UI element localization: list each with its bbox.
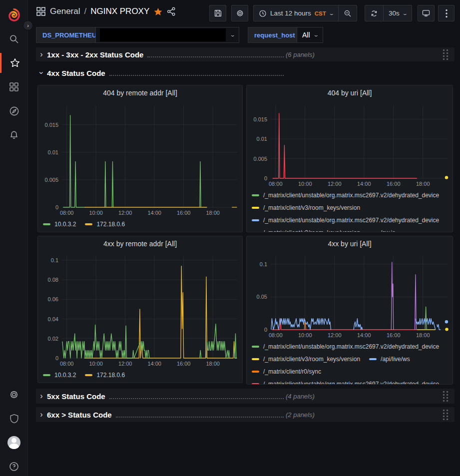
breadcrumb-separator: / — [84, 6, 86, 16]
datasource-variable-select[interactable]: ⌄ — [95, 27, 239, 43]
breadcrumb-folder[interactable]: General — [50, 6, 80, 16]
dashboard-variables: DS_PROMETHEUS ⌄ request_host All ⌄ — [28, 26, 460, 47]
legend-item[interactable]: /_matrix/client/unstable/org.matrix.msc2… — [252, 381, 439, 385]
dashboards-grid-icon — [9, 82, 19, 92]
legend-item[interactable]: 172.18.0.6 — [85, 372, 125, 379]
sidebar-item-server-admin[interactable] — [0, 409, 28, 429]
legend-row: /_matrix/client/unstable/org.matrix.msc2… — [252, 378, 448, 385]
request-host-variable-select[interactable]: All ⌄ — [297, 27, 323, 43]
request-host-variable-label[interactable]: request_host — [248, 27, 302, 43]
time-range-picker[interactable]: Last 12 hours CST ⌄ — [254, 5, 338, 21]
chart-4xx-by-uri[interactable]: 08:0010:0012:0014:0016:0018:0000.050.1 — [247, 251, 453, 340]
legend-item[interactable]: /_matrix/client/unstable/org.matrix.msc2… — [252, 192, 439, 199]
sidebar-item-configuration[interactable] — [0, 385, 28, 405]
chart-4xx-by-remote-addr[interactable]: 08:0010:0012:0014:0016:0018:0000.020.040… — [38, 251, 242, 369]
sidebar: › — [0, 0, 28, 476]
legend-item[interactable]: /_matrix/client/r0/sync — [252, 368, 321, 375]
legend-series-swatch — [43, 223, 50, 225]
row-5xx[interactable]: › 5xx Status Code (4 panels) — [36, 389, 455, 404]
breadcrumb-dashboard[interactable]: NGINX PROXY — [90, 6, 149, 16]
svg-text:12:00: 12:00 — [118, 210, 132, 216]
bell-icon — [9, 130, 19, 140]
svg-text:0: 0 — [264, 175, 267, 181]
apps-icon — [36, 6, 46, 16]
row-4xx[interactable]: › 4xx Status Code — [36, 66, 455, 79]
sidebar-item-search[interactable] — [0, 29, 28, 49]
svg-text:16:00: 16:00 — [177, 210, 191, 216]
svg-text:0.05: 0.05 — [257, 294, 267, 300]
row-title: 5xx Status Code — [47, 392, 105, 401]
chevron-right-icon: › — [36, 410, 47, 419]
sidebar-item-explore[interactable] — [0, 101, 28, 121]
panel-title[interactable]: 404 by remote addr [All] — [38, 85, 242, 100]
legend-item[interactable]: /sw.js — [369, 229, 395, 233]
legend-item[interactable]: 172.18.0.6 — [85, 221, 125, 228]
legend-series-label: 10.0.3.2 — [54, 372, 76, 379]
share-icon[interactable] — [167, 7, 176, 16]
sidebar-item-alerting[interactable] — [0, 125, 28, 145]
sidebar-item-profile[interactable] — [0, 433, 28, 453]
svg-text:14:00: 14:00 — [147, 361, 161, 367]
chevron-down-icon: ⌄ — [402, 11, 408, 16]
time-range-label: Last 12 hours — [270, 9, 311, 17]
refresh-button[interactable] — [365, 5, 383, 21]
star-filled-icon[interactable] — [153, 7, 163, 16]
legend-series-label: 172.18.0.6 — [96, 221, 125, 228]
panel-title[interactable]: 4xx by remote addr [All] — [38, 236, 242, 251]
save-icon — [214, 9, 222, 17]
row-drag-handle[interactable] — [443, 391, 449, 402]
legend-item[interactable]: /_matrix/client/unstable/org.matrix.msc2… — [252, 343, 439, 350]
sidebar-expand-button[interactable]: › — [23, 20, 33, 30]
svg-text:12:00: 12:00 — [328, 332, 342, 338]
row-drag-handle[interactable] — [443, 410, 449, 420]
legend-item[interactable]: 10.0.3.2 — [43, 372, 76, 379]
chart-404-by-uri[interactable]: 08:0010:0012:0014:0016:0018:0000.0050.01… — [247, 100, 453, 189]
svg-text:08:00: 08:00 — [269, 332, 283, 338]
legend-item[interactable]: 10.0.3.2 — [43, 221, 76, 228]
row-6xx[interactable]: › 6xx > Status Code (2 panels) — [36, 407, 455, 422]
legend-item[interactable]: /api/live/ws — [369, 356, 410, 363]
sidebar-item-dashboards[interactable] — [0, 77, 28, 97]
row-title: 6xx > Status Code — [47, 411, 112, 419]
row-1xx-3xx-2xx[interactable]: › 1xx - 3xx - 2xx Status Code (6 panels) — [36, 47, 455, 61]
dashboard-settings-button[interactable] — [231, 5, 248, 21]
svg-text:0.01: 0.01 — [257, 136, 267, 142]
save-dashboard-button[interactable] — [209, 5, 226, 21]
svg-text:18:00: 18:00 — [416, 181, 430, 187]
svg-text:12:00: 12:00 — [328, 181, 342, 187]
legend-item[interactable]: /_matrix/client/unstable/org.matrix.msc2… — [252, 217, 439, 224]
legend-series-swatch — [252, 383, 259, 385]
chart-404-by-remote-addr[interactable]: 08:0010:0012:0014:0016:0018:0000.0050.01… — [38, 100, 242, 218]
sidebar-item-starred[interactable] — [0, 53, 28, 73]
zoom-out-time-button[interactable] — [338, 5, 357, 21]
legend-series-swatch — [252, 219, 259, 221]
refresh-interval-picker[interactable]: 30s ⌄ — [383, 5, 412, 21]
chevron-down-icon: › — [37, 67, 46, 78]
search-icon — [9, 34, 19, 44]
more-options-button[interactable] — [438, 5, 455, 21]
legend-item[interactable]: /_matrix/client/v3/room_keys/version — [252, 229, 360, 233]
svg-text:0.08: 0.08 — [48, 277, 58, 283]
legend-series-swatch — [252, 232, 259, 233]
legend-series-swatch — [369, 232, 377, 233]
panel-title[interactable]: 4xx by uri [All] — [247, 236, 453, 251]
panel-legend: 10.0.3.2172.18.0.6 — [38, 369, 242, 381]
panel-title[interactable]: 404 by uri [All] — [247, 85, 453, 100]
breadcrumb: General / NGINX PROXY — [36, 6, 176, 16]
avatar — [7, 436, 20, 449]
legend-series-swatch — [252, 371, 259, 373]
grafana-app: › General — [0, 0, 460, 476]
legend-item[interactable]: /_matrix/client/v3/room_keys/version — [252, 356, 360, 363]
row-drag-handle[interactable] — [443, 49, 449, 60]
legend-row: /_matrix/client/v3/room_keys/version/sw.… — [252, 226, 448, 232]
chevron-right-icon: › — [27, 22, 29, 28]
legend-item[interactable]: /_matrix/client/v3/room_keys/version — [252, 204, 360, 211]
legend-series-label: /_matrix/client/unstable/org.matrix.msc2… — [263, 381, 439, 385]
sidebar-item-help[interactable] — [0, 457, 28, 476]
svg-text:0.015: 0.015 — [253, 116, 267, 122]
svg-text:14:00: 14:00 — [357, 181, 371, 187]
tv-mode-button[interactable] — [418, 5, 435, 21]
row-title: 4xx Status Code — [47, 69, 105, 77]
svg-text:16:00: 16:00 — [177, 361, 191, 367]
request-host-variable-text: request_host — [254, 31, 295, 39]
